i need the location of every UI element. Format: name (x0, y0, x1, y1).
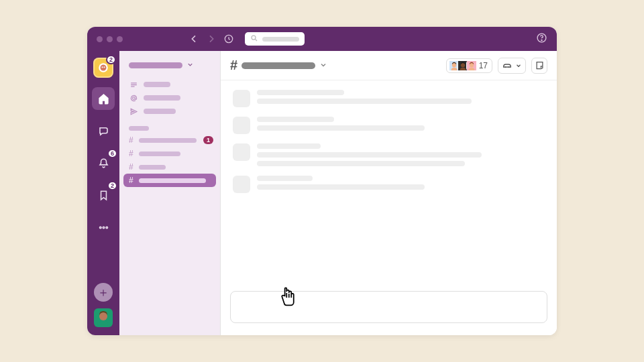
members-count: 17 (479, 61, 488, 70)
more-tab[interactable] (92, 216, 115, 239)
minimize-dot[interactable] (107, 36, 113, 42)
message-list (221, 80, 557, 286)
message-avatar (233, 143, 250, 161)
window-controls[interactable] (97, 36, 123, 42)
channel-item[interactable]: # (119, 160, 220, 174)
message-avatar (233, 90, 250, 107)
hash-icon: # (129, 135, 133, 145)
titlebar (87, 27, 557, 51)
canvas-button[interactable] (531, 58, 547, 74)
huddle-button[interactable] (498, 58, 526, 74)
nav-rail: 2 6 2 ＋ (87, 51, 119, 335)
message-text (257, 176, 545, 193)
search-placeholder (262, 37, 299, 42)
workspace-name (129, 62, 182, 68)
chevron-down-icon (186, 59, 194, 71)
home-tab[interactable] (92, 87, 115, 110)
back-button[interactable] (189, 34, 199, 44)
message-composer[interactable] (230, 291, 547, 323)
message-avatar (233, 117, 250, 134)
later-tab[interactable]: 2 (92, 184, 115, 206)
message-text (257, 143, 545, 166)
unread-badge: 1 (203, 136, 213, 144)
help-button[interactable] (536, 32, 547, 46)
main-panel: # 17 (220, 51, 557, 335)
channel-item[interactable]: # (119, 147, 220, 160)
message-avatar (233, 176, 250, 193)
app-window: 2 6 2 ＋ (87, 27, 557, 335)
sidebar-item[interactable] (119, 78, 220, 91)
message-text (257, 90, 545, 107)
search-input[interactable] (245, 32, 305, 46)
close-dot[interactable] (97, 36, 103, 42)
hash-icon: # (129, 162, 133, 172)
members-button[interactable]: 17 (446, 58, 492, 73)
channel-item[interactable]: # 1 (119, 133, 220, 147)
message-text (257, 117, 545, 134)
dms-tab[interactable] (92, 119, 115, 142)
history-button[interactable] (223, 34, 234, 44)
message[interactable] (233, 90, 545, 107)
workspace-badge: 2 (106, 55, 116, 64)
svg-point-12 (99, 312, 107, 320)
maximize-dot[interactable] (117, 36, 123, 42)
svg-point-3 (541, 40, 542, 40)
svg-point-1 (252, 36, 256, 40)
message[interactable] (233, 117, 545, 134)
later-badge: 2 (107, 181, 117, 190)
workspace-menu[interactable] (119, 58, 220, 78)
search-icon (250, 33, 258, 45)
threads-icon (129, 80, 138, 89)
svg-point-10 (105, 227, 107, 229)
channel-sidebar: # 1 # # # (119, 51, 220, 335)
hash-icon: # (129, 176, 133, 185)
sidebar-item[interactable] (119, 91, 220, 105)
svg-rect-14 (99, 321, 108, 327)
channel-name (241, 62, 315, 69)
sidebar-item[interactable] (119, 105, 220, 118)
activity-badge: 6 (107, 149, 117, 158)
message[interactable] (233, 143, 545, 166)
drafts-icon (129, 107, 138, 116)
mentions-icon (129, 93, 138, 103)
channel-item[interactable]: # (123, 174, 216, 187)
message[interactable] (233, 176, 545, 193)
forward-button[interactable] (206, 34, 217, 44)
svg-point-5 (101, 65, 107, 71)
svg-point-7 (104, 66, 105, 68)
member-avatar (466, 60, 477, 71)
user-avatar[interactable] (94, 308, 113, 327)
svg-point-9 (103, 227, 105, 229)
hash-icon: # (230, 58, 237, 73)
channels-header[interactable] (119, 118, 220, 133)
channel-header: # 17 (221, 51, 557, 80)
svg-point-6 (102, 66, 103, 68)
chevron-down-icon (319, 60, 327, 72)
channel-title[interactable]: # (230, 58, 327, 73)
svg-point-8 (99, 227, 101, 229)
hash-icon: # (129, 149, 133, 158)
workspace-switcher[interactable]: 2 (93, 58, 113, 78)
create-button[interactable]: ＋ (94, 283, 113, 302)
activity-tab[interactable]: 6 (92, 152, 115, 174)
